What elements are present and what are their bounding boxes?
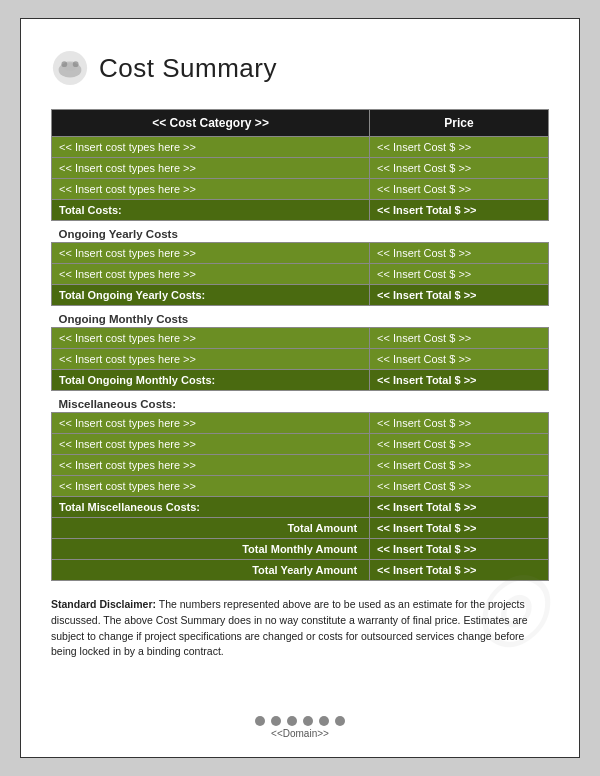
section-header-row: Ongoing Yearly Costs	[52, 221, 549, 243]
total-price: << Insert Total $ >>	[370, 497, 549, 518]
price-cell: << Insert Cost $ >>	[370, 349, 549, 370]
price-cell: << Insert Cost $ >>	[370, 179, 549, 200]
total-row: Total Costs:<< Insert Total $ >>	[52, 200, 549, 221]
category-cell: << Insert cost types here >>	[52, 476, 370, 497]
col-category-header: << Cost Category >>	[52, 110, 370, 137]
footer-domain: <<Domain>>	[271, 728, 329, 739]
summary-row: Total Yearly Amount<< Insert Total $ >>	[52, 560, 549, 581]
summary-price: << Insert Total $ >>	[370, 539, 549, 560]
category-cell: << Insert cost types here >>	[52, 158, 370, 179]
total-row: Total Ongoing Yearly Costs:<< Insert Tot…	[52, 285, 549, 306]
price-cell: << Insert Cost $ >>	[370, 243, 549, 264]
price-cell: << Insert Cost $ >>	[370, 137, 549, 158]
table-row: << Insert cost types here >><< Insert Co…	[52, 434, 549, 455]
price-cell: << Insert Cost $ >>	[370, 455, 549, 476]
section-header-label: Ongoing Monthly Costs	[52, 306, 549, 328]
total-price: << Insert Total $ >>	[370, 370, 549, 391]
total-label: Total Ongoing Yearly Costs:	[52, 285, 370, 306]
category-cell: << Insert cost types here >>	[52, 455, 370, 476]
category-cell: << Insert cost types here >>	[52, 264, 370, 285]
price-cell: << Insert Cost $ >>	[370, 264, 549, 285]
price-cell: << Insert Cost $ >>	[370, 413, 549, 434]
summary-label: Total Amount	[52, 518, 370, 539]
price-cell: << Insert Cost $ >>	[370, 434, 549, 455]
dot-1	[255, 716, 265, 726]
category-cell: << Insert cost types here >>	[52, 243, 370, 264]
disclaimer-label: Standard Disclaimer:	[51, 598, 156, 610]
price-cell: << Insert Cost $ >>	[370, 158, 549, 179]
category-cell: << Insert cost types here >>	[52, 434, 370, 455]
page-title: Cost Summary	[99, 53, 277, 84]
section-header-label: Ongoing Yearly Costs	[52, 221, 549, 243]
total-price: << Insert Total $ >>	[370, 285, 549, 306]
section-header-row: Ongoing Monthly Costs	[52, 306, 549, 328]
dot-5	[319, 716, 329, 726]
section-header-row: Miscellaneous Costs:	[52, 391, 549, 413]
total-row: Total Ongoing Monthly Costs:<< Insert To…	[52, 370, 549, 391]
table-row: << Insert cost types here >><< Insert Co…	[52, 243, 549, 264]
table-row: << Insert cost types here >><< Insert Co…	[52, 349, 549, 370]
total-row: Total Miscellaneous Costs:<< Insert Tota…	[52, 497, 549, 518]
total-price: << Insert Total $ >>	[370, 200, 549, 221]
dot-3	[287, 716, 297, 726]
svg-point-3	[61, 61, 67, 67]
table-header-row: << Cost Category >> Price	[52, 110, 549, 137]
col-price-header: Price	[370, 110, 549, 137]
table-row: << Insert cost types here >><< Insert Co…	[52, 179, 549, 200]
summary-row: Total Amount<< Insert Total $ >>	[52, 518, 549, 539]
svg-point-4	[73, 61, 79, 67]
page-header: Cost Summary	[51, 49, 549, 87]
category-cell: << Insert cost types here >>	[52, 179, 370, 200]
dot-6	[335, 716, 345, 726]
summary-label: Total Yearly Amount	[52, 560, 370, 581]
page-footer: <<Domain>>	[21, 716, 579, 739]
summary-row: Total Monthly Amount<< Insert Total $ >>	[52, 539, 549, 560]
page: Cost Summary << Cost Category >> Price <…	[20, 18, 580, 758]
category-cell: << Insert cost types here >>	[52, 349, 370, 370]
summary-price: << Insert Total $ >>	[370, 560, 549, 581]
section-header-label: Miscellaneous Costs:	[52, 391, 549, 413]
dot-4	[303, 716, 313, 726]
category-cell: << Insert cost types here >>	[52, 413, 370, 434]
summary-label: Total Monthly Amount	[52, 539, 370, 560]
table-row: << Insert cost types here >><< Insert Co…	[52, 328, 549, 349]
total-label: Total Costs:	[52, 200, 370, 221]
table-row: << Insert cost types here >><< Insert Co…	[52, 455, 549, 476]
table-row: << Insert cost types here >><< Insert Co…	[52, 476, 549, 497]
table-row: << Insert cost types here >><< Insert Co…	[52, 264, 549, 285]
category-cell: << Insert cost types here >>	[52, 137, 370, 158]
disclaimer: Standard Disclaimer: The numbers represe…	[51, 597, 549, 660]
price-cell: << Insert Cost $ >>	[370, 328, 549, 349]
total-label: Total Ongoing Monthly Costs:	[52, 370, 370, 391]
table-row: << Insert cost types here >><< Insert Co…	[52, 137, 549, 158]
dot-2	[271, 716, 281, 726]
category-cell: << Insert cost types here >>	[52, 328, 370, 349]
cost-table: << Cost Category >> Price << Insert cost…	[51, 109, 549, 581]
table-row: << Insert cost types here >><< Insert Co…	[52, 413, 549, 434]
logo-icon	[51, 49, 89, 87]
table-row: << Insert cost types here >><< Insert Co…	[52, 158, 549, 179]
summary-price: << Insert Total $ >>	[370, 518, 549, 539]
total-label: Total Miscellaneous Costs:	[52, 497, 370, 518]
footer-dots	[255, 716, 345, 726]
price-cell: << Insert Cost $ >>	[370, 476, 549, 497]
